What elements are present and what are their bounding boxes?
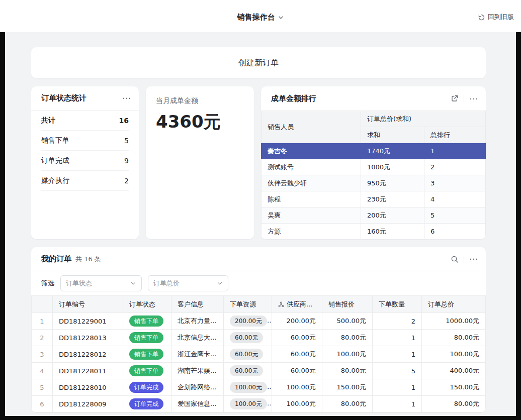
- customer-cell: 北京信息大...: [171, 330, 224, 346]
- chevron-down-icon: [130, 280, 136, 286]
- filter-order-total-select[interactable]: 订单总价: [148, 275, 228, 291]
- order-row[interactable]: 6 DD181228009 订单完成 爱国家信息... 100.00元 100.…: [32, 396, 486, 412]
- my-orders-card: 我的订单 共 16 条 ⋯ 筛选 订单状态: [31, 247, 486, 412]
- order-row[interactable]: 2 DD181228013 销售下单 北京信息大... 60.00元 60.00…: [32, 330, 486, 346]
- ranking-sum: 160元: [361, 224, 424, 240]
- more-icon[interactable]: ⋯: [122, 94, 131, 102]
- back-to-old-version-button[interactable]: 回到旧版: [478, 13, 514, 22]
- customer-cell: 爱国家信息...: [171, 396, 224, 412]
- filter-order-status-select[interactable]: 订单状态: [60, 275, 142, 291]
- month-amount-value: 4360元: [156, 111, 244, 134]
- app-title: 销售操作台: [237, 13, 275, 22]
- qty-cell: 2: [373, 313, 422, 330]
- ranking-row[interactable]: 吴爽 200元 5: [262, 207, 486, 224]
- order-row[interactable]: 1 DD181229001 销售下单 北京有力量... 200.00元 200.…: [32, 313, 486, 330]
- col-qty: 下单数量: [373, 296, 422, 313]
- order-row[interactable]: 4 DD181228011 销售下单 湖南芒果娱... 60.00元 60.00…: [32, 363, 486, 379]
- ranking-row[interactable]: 伙伴云魏少轩 950元 3: [262, 175, 486, 191]
- status-badge: 订单完成: [129, 382, 163, 393]
- ranking-row[interactable]: 陈程 230元 4: [262, 191, 486, 207]
- customer-cell: 北京有力量...: [171, 313, 224, 330]
- supplier-cell: 60.00元: [272, 330, 322, 346]
- quote-cell: 150.00元: [322, 379, 373, 396]
- status-value: 16: [119, 117, 129, 125]
- total-cell: 100.00元: [422, 346, 486, 363]
- ranking-card-actions: ⋯: [451, 94, 478, 103]
- ranking-person: 测试账号: [262, 159, 361, 175]
- ranking-col-rank: 总排行: [424, 127, 486, 143]
- more-icon[interactable]: ⋯: [469, 94, 478, 103]
- back-to-old-version-label: 回到旧版: [488, 13, 514, 22]
- filter-order-total-value: 订单总价: [153, 279, 180, 288]
- divider: [464, 95, 464, 102]
- ranking-sum: 950元: [361, 175, 424, 191]
- month-amount-card: 当月成单金额 4360元: [146, 86, 254, 239]
- quote-cell: 500.00元: [322, 313, 373, 330]
- status-badge: 销售下单: [129, 365, 163, 376]
- status-label: 共计: [41, 116, 55, 125]
- order-status-card-title: 订单状态统计: [41, 93, 86, 103]
- divider: [464, 256, 464, 263]
- status-badge: 订单完成: [129, 398, 163, 409]
- status-row: 订单完成 9: [41, 151, 129, 171]
- supplier-cell: 200.00元: [272, 313, 322, 330]
- order-no: DD181228012: [53, 346, 123, 363]
- order-no: DD181228011: [53, 363, 123, 379]
- col-order-status: 订单状态: [123, 296, 171, 313]
- create-order-button[interactable]: 创建新订单: [31, 47, 486, 78]
- open-external-icon[interactable]: [451, 94, 459, 102]
- ranking-card: 成单金额排行 ⋯ 销售人员 订单总价(求和): [261, 86, 486, 239]
- resource-pill: 60.00元: [230, 365, 263, 376]
- my-orders-title-group: 我的订单 共 16 条: [41, 254, 101, 264]
- app-title-dropdown[interactable]: 销售操作台: [237, 13, 284, 22]
- relation-field-icon: [278, 301, 284, 307]
- col-order-no: 订单编号: [53, 296, 123, 313]
- my-orders-header: 我的订单 共 16 条 ⋯: [31, 247, 486, 271]
- orders-table-header-row: 订单编号 订单状态 客户信息 下单资源 供应商...: [32, 296, 486, 313]
- order-row[interactable]: 5 DD181228010 订单完成 企划路网络... 100.00元 100.…: [32, 379, 486, 396]
- ranking-row[interactable]: 秦吉冬 1740元 1: [262, 143, 486, 159]
- total-cell: 80.00元: [422, 396, 486, 412]
- status-label: 媒介执行: [41, 176, 69, 185]
- status-badge: 销售下单: [129, 349, 163, 360]
- screen: 销售操作台 回到旧版 创建新订单 订单状态统计 ⋯: [0, 0, 521, 420]
- order-no: DD181229001: [53, 313, 123, 330]
- col-supplier: 供应商...: [272, 296, 322, 313]
- status-value: 2: [124, 177, 129, 185]
- month-amount-label: 当月成单金额: [156, 96, 244, 106]
- orders-table: 订单编号 订单状态 客户信息 下单资源 供应商...: [31, 295, 486, 412]
- resource-pill: 100.00元: [230, 398, 267, 409]
- status-badge: 销售下单: [129, 332, 163, 343]
- ranking-row[interactable]: 测试账号 1000元 2: [262, 159, 486, 175]
- more-icon[interactable]: ⋯: [469, 255, 478, 263]
- search-icon[interactable]: [451, 255, 459, 263]
- col-total: 订单总价: [422, 296, 486, 313]
- chevron-down-icon: [217, 280, 223, 286]
- row-number: 4: [32, 363, 53, 379]
- ranking-rank: 3: [424, 175, 486, 191]
- my-orders-actions: ⋯: [451, 255, 478, 263]
- ranking-card-title: 成单金额排行: [271, 94, 316, 103]
- supplier-cell: 100.00元: [272, 379, 322, 396]
- ranking-row[interactable]: 方源 160元 6: [262, 224, 486, 240]
- ranking-person: 吴爽: [262, 207, 361, 224]
- supplier-cell: 60.00元: [272, 363, 322, 379]
- col-quote: 销售报价: [322, 296, 373, 313]
- ranking-sum: 1000元: [361, 159, 424, 175]
- row-number: 5: [32, 379, 53, 396]
- create-order-label: 创建新订单: [238, 58, 279, 68]
- ranking-sum: 230元: [361, 191, 424, 207]
- quote-cell: 80.00元: [322, 330, 373, 346]
- ranking-sum: 200元: [361, 207, 424, 224]
- resource-pill: 200.00元: [230, 316, 267, 327]
- order-row[interactable]: 3 DD181228012 销售下单 浙江金鹰卡... 60.00元 60.00…: [32, 346, 486, 363]
- col-customer: 客户信息: [171, 296, 224, 313]
- supplier-cell: 100.00元: [272, 396, 322, 412]
- order-status-card: 订单状态统计 ⋯ 共计 16 销售下单 5 订单完成 9: [31, 86, 139, 239]
- status-label: 订单完成: [41, 156, 69, 165]
- order-status-card-header: 订单状态统计 ⋯: [31, 86, 139, 111]
- total-cell: 400.00元: [422, 363, 486, 379]
- total-cell: 150.00元: [422, 379, 486, 396]
- col-supplier-label: 供应商...: [287, 300, 312, 309]
- status-value: 9: [124, 157, 129, 165]
